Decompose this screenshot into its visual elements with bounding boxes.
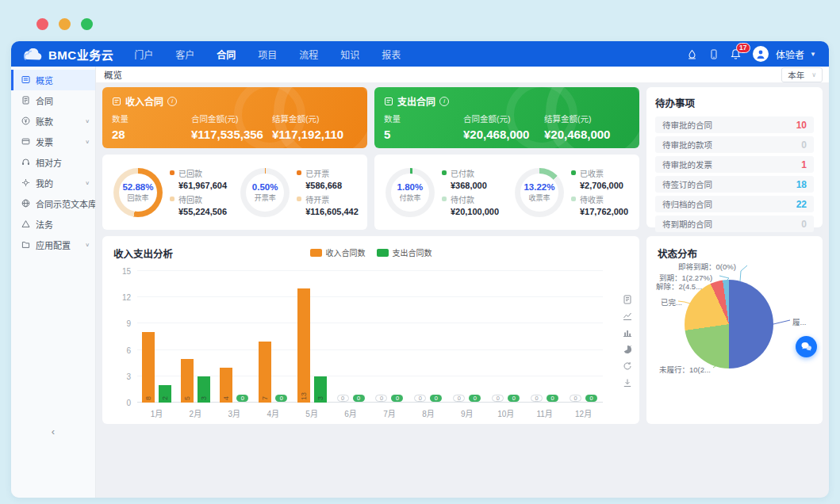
legend-item-支出合同数[interactable]: 支出合同数 [377,246,432,258]
zero-marker-支出合同数-4月[interactable]: 0 [275,395,287,402]
zero-marker-支出合同数-6月[interactable]: 0 [353,395,365,402]
legend-entry-name: 待收票 [571,193,628,205]
sidebar-item-label: 账款 [36,115,53,128]
bar-收入合同数-5月[interactable]: 13 [297,288,310,403]
notification-icon[interactable]: 17 [731,48,741,59]
bar-group-10月: 00 [486,271,525,403]
mine-icon [21,178,31,188]
sidebar-item-label: 法务 [36,218,53,231]
legend-entry-name: 已回款 [170,167,227,179]
nav-item-门户[interactable]: 门户 [134,48,153,61]
close-window-icon[interactable] [36,18,48,30]
sidebar-item-法务[interactable]: 法务 [11,214,95,235]
status-pie-chart[interactable] [685,280,773,368]
period-select[interactable]: 本年 [781,67,823,82]
bar-group-6月: 00 [332,271,370,403]
zero-marker-支出合同数-11月[interactable]: 0 [547,395,558,402]
nav-item-报表[interactable]: 报表 [382,48,401,61]
user-avatar[interactable] [753,46,769,62]
nav-item-知识[interactable]: 知识 [340,48,359,61]
zero-marker-支出合同数-8月[interactable]: 0 [430,395,442,402]
chat-button[interactable] [796,336,817,357]
todo-row-待归档的合同[interactable]: 待归档的合同22 [655,196,814,212]
info-icon[interactable] [167,97,177,106]
zero-marker-收入合同数-10月[interactable]: 0 [492,395,504,402]
user-name[interactable]: 体验者 [776,48,804,61]
zero-marker-收入合同数-8月[interactable]: 0 [414,395,426,402]
bar-收入合同数-1月[interactable]: 8 [142,332,155,403]
bar-value: 13 [300,392,308,400]
gauge-center: 52.88%回款率 [119,174,157,212]
zero-marker-支出合同数-3月[interactable]: 0 [236,395,248,402]
status-distribution-card: 状态分布 即将到期：0(0%) 到期：1(2.27%) 解除：2(4. [646,236,823,424]
zero-marker-收入合同数-6月[interactable]: 0 [337,395,349,402]
line-chart-icon[interactable] [623,311,632,321]
gauge-legend: 已开票¥586,668待开票¥116,605,442 [297,167,359,218]
zero-marker-收入合同数-12月[interactable]: 0 [570,395,581,402]
zero-marker-收入合同数-11月[interactable]: 0 [531,395,543,402]
nav-item-合同[interactable]: 合同 [217,48,236,61]
todo-count: 1 [801,159,807,170]
data-view-icon[interactable] [623,295,632,304]
config-icon [21,240,31,250]
todo-row-待审批的合同[interactable]: 待审批的合同10 [655,116,814,133]
minimize-window-icon[interactable] [59,18,71,30]
pie-chart-icon[interactable] [623,345,632,354]
todo-row-待审批的款项[interactable]: 待审批的款项0 [655,136,814,153]
todo-row-待审批的发票[interactable]: 待审批的发票1 [655,156,814,173]
bar-收入合同数-4月[interactable]: 7 [259,342,271,403]
income-count-label: 数量 [112,113,191,124]
y-axis-tick: 15 [122,267,131,276]
zero-marker-支出合同数-9月[interactable]: 0 [469,395,481,402]
zero-marker-收入合同数-7月[interactable]: 0 [375,395,387,402]
money-icon [21,116,31,126]
nav-item-流程[interactable]: 流程 [299,48,318,61]
chat-icon [800,342,812,352]
gauge-legend: 已收票¥2,706,000待收票¥17,762,000 [571,167,628,218]
sidebar-item-发票[interactable]: 发票 [11,132,95,152]
nav-item-客户[interactable]: 客户 [175,48,194,61]
maximize-window-icon[interactable] [81,18,93,30]
sidebar-item-合同[interactable]: 合同 [11,90,95,111]
sidebar-item-label: 相对方 [36,156,62,169]
nav-item-项目[interactable]: 项目 [258,48,277,61]
gauge-legend: 已付款¥368,000待付款¥20,100,000 [442,167,499,218]
bar-支出合同数-2月[interactable]: 3 [198,376,210,403]
y-axis-tick: 12 [122,293,131,302]
zero-marker-收入合同数-9月[interactable]: 0 [453,395,465,402]
bar-收入合同数-3月[interactable]: 4 [220,368,232,403]
sidebar-item-账款[interactable]: 账款 [11,111,95,132]
zero-marker-支出合同数-10月[interactable]: 0 [508,395,520,402]
expense-contract-card[interactable]: 支出合同 数量 5 合同金额(元) ¥20,468,000 [374,87,639,148]
pie-label-terminated: 解除：2(4.5... [656,281,702,292]
expense-gauges-card: 1.80%付款率已付款¥368,000待付款¥20,100,00013.22%收… [374,155,639,230]
todo-row-将到期的合同[interactable]: 将到期的合同0 [655,216,814,232]
gauge-percent: 0.50% [252,182,278,192]
zero-marker-支出合同数-12月[interactable]: 0 [585,395,597,402]
sidebar-collapse-button[interactable] [11,426,95,437]
sidebar-item-我的[interactable]: 我的 [11,173,95,193]
download-icon[interactable] [623,378,632,388]
zero-marker-支出合同数-7月[interactable]: 0 [391,395,403,402]
x-axis-tick: 3月 [215,407,254,419]
sidebar-item-应用配置[interactable]: 应用配置 [11,235,95,255]
sidebar-item-概览[interactable]: 概览 [11,70,95,90]
x-axis-tick: 10月 [486,407,525,419]
legend-item-收入合同数[interactable]: 收入合同数 [310,246,366,258]
bar-value: 3 [200,396,208,400]
sidebar-item-合同示范文本库[interactable]: 合同示范文本库 [11,193,95,214]
income-contract-card[interactable]: 收入合同 数量 28 合同金额(元) ¥117,535,35 [102,87,367,148]
refresh-icon[interactable] [623,361,632,371]
theme-icon[interactable] [687,49,697,59]
user-menu-caret-icon[interactable]: ▼ [810,51,816,58]
todo-row-待签订的合同[interactable]: 待签订的合同18 [655,176,814,193]
bar-chart-icon[interactable] [623,328,632,338]
bar-支出合同数-1月[interactable]: 2 [159,385,171,403]
sidebar-item-相对方[interactable]: 相对方 [11,152,95,173]
bar-收入合同数-2月[interactable]: 5 [181,359,194,403]
mobile-icon[interactable] [709,49,719,59]
legend-entry-name: 待付款 [442,193,499,205]
sidebar-item-label: 合同 [36,94,53,107]
info-icon[interactable] [439,97,449,106]
bar-支出合同数-5月[interactable]: 3 [314,376,327,403]
